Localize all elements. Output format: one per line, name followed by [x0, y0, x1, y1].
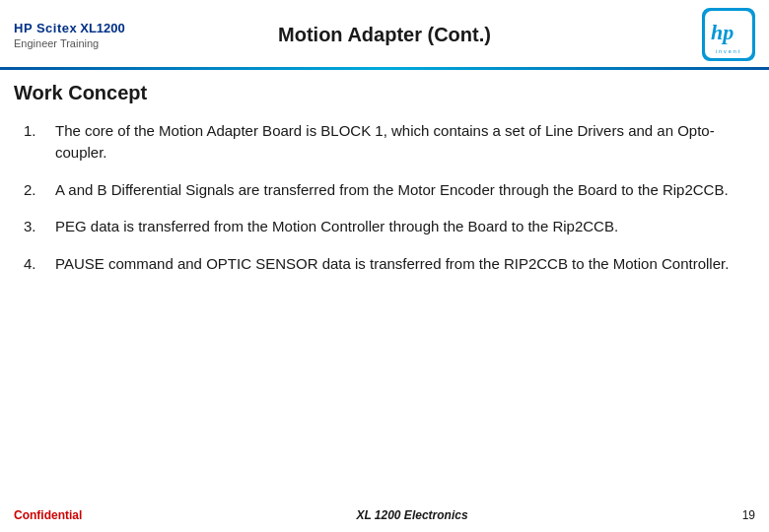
list-number-2: 2.	[24, 179, 45, 201]
page-container: HP Scitex XL1200 Engineer Training Motio…	[0, 0, 769, 532]
footer-center: XL 1200 Electronics	[356, 508, 467, 522]
hp-scitex-text: HP Scitex	[14, 21, 77, 35]
svg-text:hp: hp	[711, 20, 734, 44]
header: HP Scitex XL1200 Engineer Training Motio…	[0, 0, 769, 61]
list-item: 1. The core of the Motion Adapter Board …	[14, 112, 755, 171]
list-item: 4. PAUSE command and OPTIC SENSOR data i…	[14, 245, 755, 283]
list-text-2: A and B Differential Signals are transfe…	[55, 179, 755, 201]
svg-text:invent: invent	[716, 48, 742, 54]
list-text-3: PEG data is transferred from the Motion …	[55, 216, 755, 237]
hp-scitex-logo: HP Scitex XL1200	[14, 21, 125, 35]
list-item: 2. A and B Differential Signals are tran…	[14, 171, 755, 209]
list-number-1: 1.	[24, 120, 45, 142]
footer-confidential: Confidential	[14, 508, 82, 522]
list-text-4: PAUSE command and OPTIC SENSOR data is t…	[55, 253, 755, 275]
engineer-training-label: Engineer Training	[14, 37, 99, 49]
hp-logo-svg: hp invent	[704, 10, 753, 59]
xl1200-text: XL1200	[80, 21, 125, 35]
page-title: Motion Adapter (Cont.)	[278, 24, 491, 46]
list-number-4: 4.	[24, 253, 45, 275]
list-number-3: 3.	[24, 216, 45, 237]
footer-page-number: 19	[742, 508, 755, 522]
header-left: HP Scitex XL1200 Engineer Training	[14, 21, 125, 49]
section-title: Work Concept	[0, 70, 769, 112]
content-area: 1. The core of the Motion Adapter Board …	[0, 112, 769, 499]
hp-logo: hp invent	[702, 8, 755, 61]
list-item: 3. PEG data is transferred from the Moti…	[14, 208, 755, 245]
list-text-1: The core of the Motion Adapter Board is …	[55, 120, 755, 164]
footer: Confidential XL 1200 Electronics 19	[0, 499, 769, 532]
